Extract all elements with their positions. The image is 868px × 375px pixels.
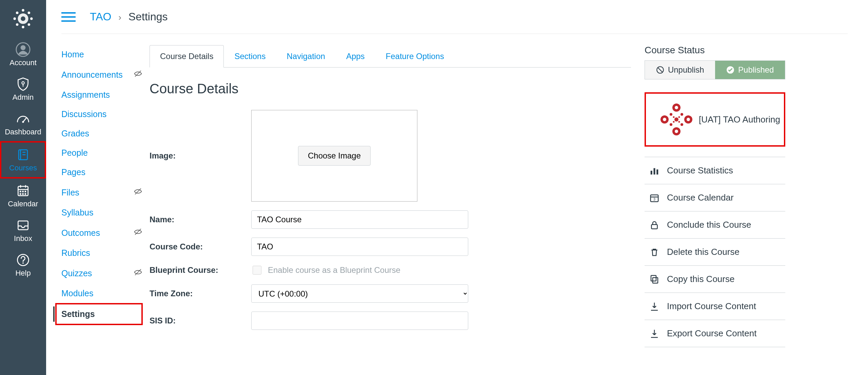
global-nav-dashboard[interactable]: Dashboard	[0, 107, 46, 141]
tao-authoring-label: [UAT] TAO Authoring	[699, 114, 780, 125]
tab-apps[interactable]: Apps	[336, 45, 375, 68]
tab-sections[interactable]: Sections	[224, 45, 276, 68]
copy-icon	[649, 274, 659, 284]
svg-point-50	[673, 116, 675, 118]
svg-point-48	[670, 123, 672, 126]
unpublish-button[interactable]: Unpublish	[645, 61, 715, 79]
course-nav-assignments[interactable]: Assignments	[61, 85, 143, 105]
timezone-label: Time Zone:	[150, 289, 251, 298]
tab-feature-options[interactable]: Feature Options	[375, 45, 455, 68]
svg-point-29	[22, 262, 24, 264]
svg-rect-61	[653, 278, 658, 283]
course-nav-rubrics[interactable]: Rubrics	[61, 243, 143, 263]
hidden-icon	[133, 227, 143, 239]
svg-rect-24	[20, 193, 21, 195]
svg-point-46	[670, 113, 672, 116]
published-button: Published	[715, 61, 785, 79]
svg-point-49	[680, 123, 683, 126]
svg-point-3	[30, 17, 33, 20]
tao-logo-icon	[656, 101, 697, 138]
canvas-logo-icon	[13, 8, 34, 29]
choose-image-button[interactable]: Choose Image	[298, 146, 371, 166]
svg-point-51	[678, 116, 680, 118]
timezone-select[interactable]: UTC (+00:00)	[251, 284, 468, 303]
course-name-input[interactable]	[251, 210, 468, 229]
svg-point-39	[675, 106, 678, 109]
global-nav-courses[interactable]: Courses	[0, 141, 46, 179]
svg-point-45	[687, 118, 690, 121]
calendar-small-icon: 3	[649, 193, 659, 203]
global-nav: Account Admin Dashboard Courses Calendar	[0, 0, 46, 375]
svg-point-0	[22, 9, 24, 11]
course-nav-people[interactable]: People	[61, 143, 143, 163]
svg-point-12	[22, 121, 24, 123]
global-nav-help[interactable]: Help	[0, 248, 46, 282]
tab-navigation[interactable]: Navigation	[276, 45, 335, 68]
svg-point-2	[13, 17, 16, 20]
svg-point-1	[22, 26, 24, 28]
svg-rect-27	[18, 221, 28, 230]
global-nav-admin[interactable]: Admin	[0, 72, 46, 107]
svg-rect-62	[651, 275, 656, 281]
tab-course-details[interactable]: Course Details	[150, 45, 224, 68]
link-delete-course[interactable]: Delete this Course	[645, 239, 785, 266]
blueprint-checkbox-row[interactable]: Enable course as a Blueprint Course	[251, 265, 468, 276]
svg-rect-26	[25, 193, 26, 195]
course-nav-discussions[interactable]: Discussions	[61, 105, 143, 124]
blueprint-label: Blueprint Course:	[150, 265, 251, 275]
svg-rect-56	[656, 169, 658, 174]
admin-shield-icon	[15, 76, 31, 92]
global-nav-inbox[interactable]: Inbox	[0, 213, 46, 248]
svg-point-47	[680, 113, 683, 116]
link-course-statistics[interactable]: Course Statistics	[645, 157, 785, 184]
hamburger-toggle[interactable]	[61, 10, 76, 24]
course-nav-outcomes[interactable]: Outcomes	[61, 222, 143, 243]
course-nav: Home Announcements Assignments Discussio…	[61, 45, 150, 347]
course-status-heading: Course Status	[645, 45, 785, 56]
breadcrumb-course-link[interactable]: TAO	[90, 11, 111, 23]
sis-label: SIS ID:	[150, 316, 251, 325]
code-label: Course Code:	[150, 242, 251, 251]
hidden-icon	[133, 69, 143, 80]
lock-icon	[649, 220, 659, 230]
svg-point-43	[663, 118, 666, 121]
calendar-icon	[15, 183, 31, 199]
course-code-input[interactable]	[251, 238, 468, 256]
hidden-icon	[133, 187, 143, 198]
course-nav-pages[interactable]: Pages	[61, 163, 143, 182]
link-export-content[interactable]: Export Course Content	[645, 320, 785, 347]
course-nav-syllabus[interactable]: Syllabus	[61, 203, 143, 222]
dashboard-gauge-icon	[15, 111, 31, 127]
blueprint-checkbox-label: Enable course as a Blueprint Course	[268, 265, 400, 275]
svg-rect-55	[654, 168, 655, 174]
stats-icon	[649, 166, 659, 176]
blueprint-checkbox[interactable]	[253, 266, 261, 275]
image-label: Image:	[150, 151, 251, 161]
link-import-content[interactable]: Import Course Content	[645, 293, 785, 320]
svg-point-9	[21, 45, 26, 50]
course-nav-grades[interactable]: Grades	[61, 124, 143, 143]
course-nav-settings[interactable]: Settings	[55, 303, 143, 325]
canvas-logo[interactable]	[0, 0, 46, 37]
settings-tabs: Course Details Sections Navigation Apps …	[150, 45, 631, 68]
global-nav-account[interactable]: Account	[0, 37, 46, 72]
tao-authoring-box[interactable]: [UAT] TAO Authoring	[645, 92, 785, 147]
link-copy-course[interactable]: Copy this Course	[645, 266, 785, 293]
inbox-icon	[15, 217, 31, 233]
svg-text:3: 3	[653, 197, 655, 201]
course-image-box[interactable]: Choose Image	[251, 110, 417, 202]
courses-book-icon	[15, 147, 31, 163]
global-nav-calendar[interactable]: Calendar	[0, 179, 46, 213]
sis-id-input[interactable]	[251, 312, 468, 330]
course-nav-home[interactable]: Home	[61, 45, 143, 64]
course-nav-modules[interactable]: Modules	[61, 284, 143, 303]
link-course-calendar[interactable]: 3 Course Calendar	[645, 184, 785, 211]
trash-icon	[649, 247, 659, 257]
published-check-icon	[726, 65, 735, 74]
course-nav-files[interactable]: Files	[61, 182, 143, 203]
course-nav-quizzes[interactable]: Quizzes	[61, 263, 143, 284]
breadcrumb-separator: ›	[118, 12, 121, 22]
link-conclude-course[interactable]: Conclude this Course	[645, 211, 785, 239]
topbar: TAO › Settings	[61, 0, 848, 34]
course-nav-announcements[interactable]: Announcements	[61, 64, 143, 85]
